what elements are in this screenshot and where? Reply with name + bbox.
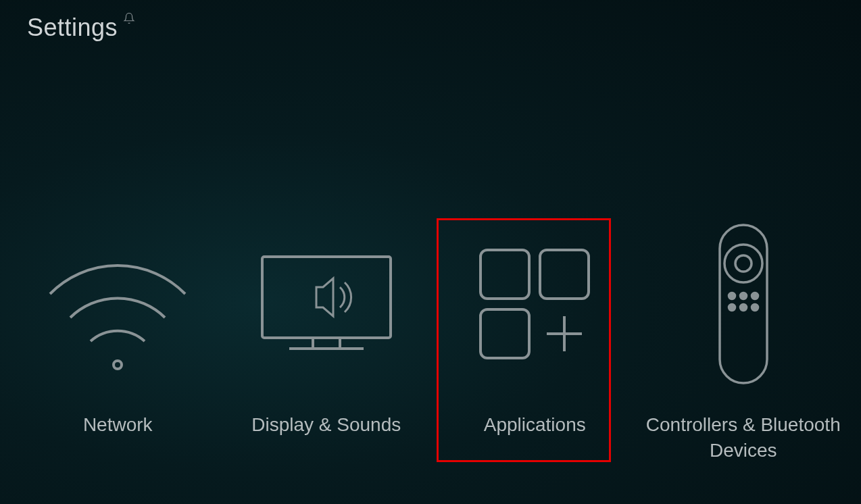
tile-applications[interactable]: Applications [437, 223, 633, 463]
svg-rect-5 [481, 250, 529, 299]
svg-point-15 [752, 293, 758, 299]
tv-speaker-icon [228, 223, 424, 385]
svg-rect-1 [262, 257, 391, 338]
tile-label: Applications [484, 412, 586, 438]
svg-point-11 [724, 245, 762, 282]
svg-point-18 [752, 305, 758, 311]
tile-network[interactable]: Network [20, 223, 216, 463]
apps-grid-icon [437, 223, 633, 385]
remote-icon [645, 223, 841, 385]
svg-point-13 [729, 293, 735, 299]
svg-point-17 [740, 305, 746, 311]
svg-rect-6 [540, 250, 589, 299]
header: Settings [27, 14, 135, 42]
tile-label: Controllers & Bluetooth Devices [645, 412, 841, 463]
svg-point-0 [114, 361, 122, 369]
tile-controllers-bluetooth[interactable]: Controllers & Bluetooth Devices [645, 223, 841, 463]
tile-label: Network [83, 412, 153, 438]
wifi-icon [20, 223, 216, 385]
svg-point-14 [740, 293, 746, 299]
tile-label: Display & Sounds [251, 412, 401, 438]
tile-display-sounds[interactable]: Display & Sounds [228, 223, 424, 463]
svg-rect-7 [481, 309, 529, 358]
svg-point-12 [735, 255, 752, 272]
svg-point-16 [729, 305, 735, 311]
notification-bell-icon[interactable] [123, 12, 135, 27]
page-title: Settings [27, 14, 118, 42]
settings-tiles: Network Display & Sounds [0, 223, 861, 463]
